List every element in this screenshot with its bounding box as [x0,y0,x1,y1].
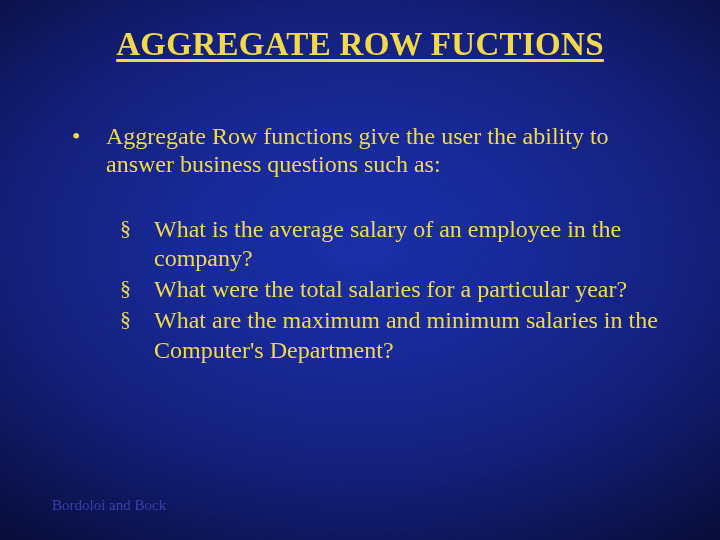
sub-item: What is the average salary of an employe… [120,215,660,274]
slide-content: Aggregate Row functions give the user th… [72,122,660,367]
sub-item: What are the maximum and minimum salarie… [120,306,660,365]
sub-text: What is the average salary of an employe… [154,215,660,274]
slide: AGGREGATE ROW FUCTIONS Aggregate Row fun… [0,0,720,540]
section-mark-icon [120,215,154,242]
section-mark-icon [120,306,154,333]
footer-credit: Bordoloi and Bock [52,497,166,514]
sub-text: What were the total salaries for a parti… [154,275,660,304]
bullet-item: Aggregate Row functions give the user th… [72,122,660,179]
sub-item: What were the total salaries for a parti… [120,275,660,304]
bullet-dot-icon [72,122,106,150]
slide-title: AGGREGATE ROW FUCTIONS [0,26,720,63]
section-mark-icon [120,275,154,302]
sub-text: What are the maximum and minimum salarie… [154,306,660,365]
sub-list: What is the average salary of an employe… [120,215,660,365]
bullet-text: Aggregate Row functions give the user th… [106,122,660,179]
